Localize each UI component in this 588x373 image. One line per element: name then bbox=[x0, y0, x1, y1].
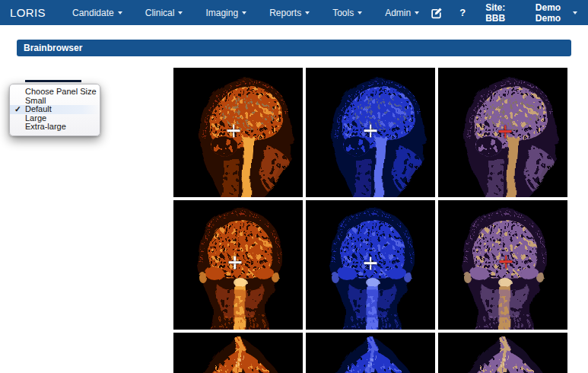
feedback-edit-icon[interactable] bbox=[431, 7, 443, 19]
nav-item-label: Imaging bbox=[205, 8, 238, 18]
user-menu[interactable]: Demo Demo bbox=[536, 2, 577, 24]
site-label: Site: BBB bbox=[485, 2, 514, 24]
brain-panel-coronal-blue[interactable] bbox=[306, 200, 435, 330]
help-button[interactable]: ? bbox=[459, 7, 466, 18]
axial-slice-image bbox=[173, 333, 303, 373]
brain-panel-sagittal-spectral[interactable] bbox=[438, 68, 567, 197]
brain-panel-axial-hot[interactable] bbox=[173, 333, 303, 373]
menu-option-label: Extra-large bbox=[25, 122, 66, 131]
menu-option-label: Default bbox=[25, 104, 52, 113]
menu-option-small[interactable]: Small bbox=[10, 97, 100, 106]
menu-option-label: Large bbox=[25, 113, 46, 123]
menu-option-default[interactable]: ✓Default bbox=[10, 105, 100, 114]
sagittal-slice-image bbox=[438, 68, 567, 197]
checkmark-icon: ✓ bbox=[14, 105, 21, 114]
brain-panel-coronal-spectral[interactable] bbox=[438, 200, 567, 330]
nav-item-label: Reports bbox=[269, 8, 301, 18]
axial-slice-image bbox=[438, 333, 567, 373]
loris-logo[interactable]: LORIS bbox=[10, 6, 46, 19]
chevron-down-icon bbox=[178, 11, 183, 14]
chevron-down-icon bbox=[358, 11, 362, 14]
sagittal-slice-image bbox=[306, 68, 435, 197]
top-navbar: LORIS CandidateClinicalImagingReportsToo… bbox=[0, 0, 588, 25]
chevron-down-icon bbox=[573, 11, 577, 14]
brain-panel-axial-blue[interactable] bbox=[306, 333, 435, 373]
module-header: Brainbrowser bbox=[17, 40, 571, 56]
chevron-down-icon bbox=[242, 11, 246, 14]
brain-panel-sagittal-blue[interactable] bbox=[306, 68, 435, 197]
nav-item-candidate[interactable]: Candidate bbox=[61, 0, 134, 25]
user-name: Demo Demo bbox=[536, 2, 569, 24]
chevron-down-icon bbox=[118, 11, 122, 14]
menu-option-extra-large[interactable]: Extra-large bbox=[10, 123, 100, 132]
menu-title: Choose Panel Size bbox=[10, 88, 100, 97]
chevron-down-icon bbox=[415, 11, 419, 14]
chevron-down-icon bbox=[305, 11, 310, 14]
coronal-slice-image bbox=[438, 200, 567, 330]
navbar-right: ? Site: BBB Demo Demo bbox=[431, 2, 577, 24]
nav-item-clinical[interactable]: Clinical bbox=[134, 0, 195, 25]
sagittal-slice-image bbox=[173, 68, 303, 197]
brain-panel-axial-spectral[interactable] bbox=[438, 333, 567, 373]
menu-option-label: Small bbox=[25, 96, 46, 105]
nav-item-tools[interactable]: Tools bbox=[321, 0, 373, 25]
brain-grid bbox=[173, 68, 567, 373]
nav-item-label: Admin bbox=[385, 8, 411, 18]
brain-panel-coronal-hot[interactable] bbox=[173, 200, 303, 330]
brain-panel-sagittal-hot[interactable] bbox=[173, 68, 303, 197]
panel-size-select[interactable] bbox=[25, 80, 81, 82]
nav-item-imaging[interactable]: Imaging bbox=[194, 0, 258, 25]
panel-size-menu: Choose Panel SizeSmall✓DefaultLargeExtra… bbox=[9, 84, 100, 136]
nav-item-reports[interactable]: Reports bbox=[258, 0, 321, 25]
nav-item-admin[interactable]: Admin bbox=[373, 0, 431, 25]
axial-slice-image bbox=[306, 333, 435, 373]
nav-item-label: Candidate bbox=[72, 8, 114, 18]
nav-item-label: Tools bbox=[332, 8, 354, 18]
coronal-slice-image bbox=[306, 200, 435, 330]
coronal-slice-image bbox=[173, 200, 303, 330]
nav-item-label: Clinical bbox=[145, 8, 175, 18]
main-menu: CandidateClinicalImagingReportsToolsAdmi… bbox=[61, 0, 431, 25]
